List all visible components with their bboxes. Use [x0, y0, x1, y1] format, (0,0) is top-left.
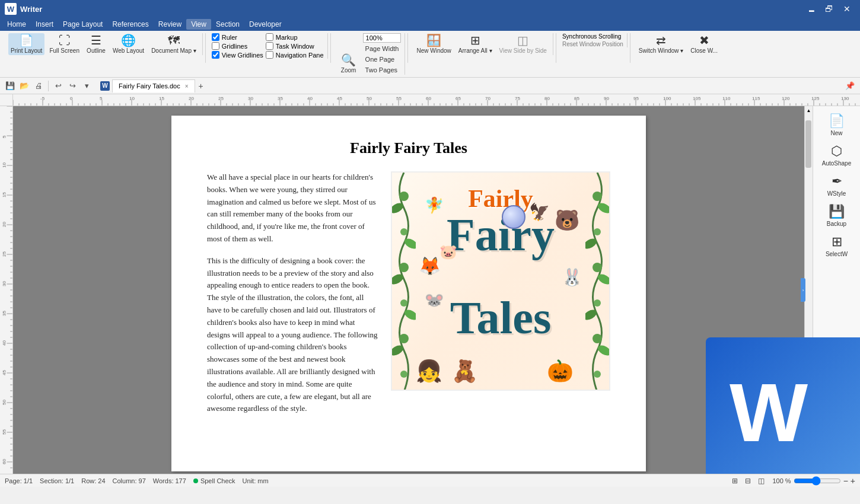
- svg-point-16: [594, 371, 601, 378]
- tab-close-btn[interactable]: ×: [185, 83, 189, 90]
- menu-developer[interactable]: Developer: [244, 19, 286, 30]
- toolbar-pin-btn[interactable]: 📌: [843, 79, 856, 92]
- normal-view-icon[interactable]: ⊞: [730, 476, 740, 486]
- zoom-options: 100% Page Width One Page Two Pages: [363, 33, 402, 75]
- scroll-thumb[interactable]: [805, 120, 811, 168]
- wps-w-logo: W: [724, 358, 842, 453]
- minimize-button[interactable]: 🗕: [803, 3, 820, 15]
- status-page: Page: 1/1: [5, 477, 33, 484]
- ribbon-window-group-2: Synchronous Scrolling Reset Window Posit…: [559, 33, 628, 47]
- status-unit: Unit: mm: [243, 477, 269, 484]
- toolbar-print-btn[interactable]: 🖨: [32, 79, 45, 92]
- gridlines-check[interactable]: Gridlines: [212, 42, 263, 50]
- outline-icon: ☰: [91, 34, 101, 46]
- panel-backup[interactable]: 💾 Backup: [816, 202, 858, 229]
- menu-insert[interactable]: Insert: [31, 19, 58, 30]
- document-map-btn[interactable]: 🗺 Document Map ▾: [149, 33, 199, 55]
- menu-home[interactable]: Home: [2, 19, 31, 30]
- ribbon-sep-5: [630, 33, 630, 63]
- backup-icon: 💾: [829, 204, 845, 219]
- close-window-btn[interactable]: ✖ Close W...: [688, 33, 720, 55]
- document-title: Fairly Fairy Tales: [207, 139, 610, 157]
- menu-page-layout[interactable]: Page Layout: [58, 19, 107, 30]
- two-pages-btn[interactable]: Two Pages: [363, 65, 402, 75]
- doc-tab[interactable]: Fairly Fairy Tales.doc ×: [112, 79, 195, 92]
- character-teddy: 🧸: [451, 359, 478, 384]
- menu-bar: Home Insert Page Layout References Revie…: [0, 18, 860, 31]
- svg-point-12: [594, 228, 601, 235]
- zoom-out-btn[interactable]: −: [843, 476, 848, 486]
- new-window-btn[interactable]: 🪟 New Window: [414, 33, 453, 55]
- ribbon-checkboxes-2: Markup Task Window Navigation Pane: [266, 33, 324, 59]
- toolbar-open-btn[interactable]: 📂: [18, 79, 31, 92]
- close-button[interactable]: ✕: [839, 3, 855, 15]
- svg-point-2: [399, 263, 409, 272]
- arrange-all-icon: ⊞: [470, 34, 480, 46]
- panel-collapse-handle[interactable]: ›: [801, 278, 805, 302]
- one-page-btn[interactable]: One Page: [363, 55, 402, 64]
- menu-references[interactable]: References: [107, 19, 153, 30]
- ruler-check[interactable]: Ruler: [212, 33, 263, 41]
- chevron-right-icon: ›: [802, 288, 804, 293]
- toolbar-redo-btn[interactable]: ↪: [66, 79, 79, 92]
- panel-wstyle[interactable]: ✒ WStyle: [816, 171, 858, 199]
- zoom-in-btn[interactable]: +: [851, 476, 855, 486]
- menu-view[interactable]: View: [186, 19, 211, 30]
- paragraph-1: We all have a special place in our heart…: [207, 171, 379, 245]
- disco-ball: [502, 205, 525, 229]
- arrange-all-btn[interactable]: ⊞ Arrange All ▾: [456, 33, 495, 55]
- switch-window-icon: ⇄: [656, 34, 666, 46]
- selectw-icon: ⊞: [832, 234, 842, 250]
- toolbar-more-btn[interactable]: ▾: [80, 79, 93, 92]
- zoom-slider[interactable]: [794, 476, 841, 486]
- character-fox: 🦊: [419, 256, 441, 276]
- document-area[interactable]: Fairly Fairy Tales We all have a special…: [13, 106, 804, 474]
- close-window-icon: ✖: [699, 34, 709, 46]
- markup-check[interactable]: Markup: [266, 33, 324, 41]
- panel-selectw[interactable]: ⊞ SelectW: [816, 232, 858, 260]
- character-fairy: 🧚: [425, 196, 444, 215]
- panel-new[interactable]: 📄 New: [816, 111, 858, 139]
- svg-text:W: W: [730, 366, 808, 453]
- reset-window-position-btn[interactable]: Reset Window Position: [562, 41, 623, 47]
- zoom-value-input[interactable]: 100%: [363, 33, 402, 43]
- web-view-icon[interactable]: ⊟: [743, 476, 753, 486]
- svg-point-0: [399, 192, 409, 201]
- document-text[interactable]: We all have a special place in our heart…: [207, 171, 379, 425]
- navigation-pane-check[interactable]: Navigation Pane: [266, 51, 324, 59]
- outline-btn[interactable]: ☰ Outline: [84, 33, 108, 55]
- menu-review[interactable]: Review: [154, 19, 186, 30]
- page-width-btn[interactable]: Page Width: [363, 44, 402, 53]
- view-gridlines-check[interactable]: View Gridlines: [212, 51, 263, 59]
- view-side-by-side-btn[interactable]: ◫ View Side by Side: [497, 33, 549, 55]
- character-girl-red-hood: 🎃: [547, 359, 574, 384]
- web-layout-btn[interactable]: 🌐 Web Layout: [110, 33, 146, 55]
- new-tab-btn[interactable]: +: [195, 80, 207, 92]
- status-spell[interactable]: Spell Check: [193, 477, 235, 484]
- wps-logo-overlay: W: [706, 337, 860, 474]
- main-area: Fairly Fairy Tales We all have a special…: [0, 106, 860, 474]
- task-window-check[interactable]: Task Window: [266, 42, 324, 50]
- ruler-area: [0, 94, 860, 106]
- restore-button[interactable]: 🗗: [821, 3, 837, 15]
- print-view-icon[interactable]: ◫: [756, 476, 766, 486]
- ribbon-zoom-group: 🔍 Zoom 100% Page Width One Page Two Page…: [333, 33, 406, 75]
- print-layout-btn[interactable]: 📄 Print Layout: [8, 33, 44, 55]
- synchronous-scrolling-btn[interactable]: Synchronous Scrolling: [562, 33, 622, 40]
- zoom-btn[interactable]: 🔍 Zoom: [337, 53, 361, 75]
- ribbon-window-group: 🪟 New Window ⊞ Arrange All ▾ ◫ View Side…: [410, 33, 553, 55]
- toolbar-undo-btn[interactable]: ↩: [52, 79, 65, 92]
- full-screen-btn[interactable]: ⛶ Full Screen: [47, 33, 82, 55]
- vine-left: [392, 173, 416, 391]
- view-side-by-side-icon: ◫: [517, 34, 528, 46]
- switch-window-btn[interactable]: ⇄ Switch Window ▾: [636, 33, 686, 55]
- menu-section[interactable]: Section: [211, 19, 244, 30]
- full-screen-icon: ⛶: [59, 34, 71, 46]
- new-icon: 📄: [829, 113, 845, 129]
- toolbar-save-btn[interactable]: 💾: [4, 79, 17, 92]
- print-layout-icon: 📄: [19, 34, 34, 46]
- new-window-icon: 🪟: [426, 34, 441, 46]
- scroll-up-btn[interactable]: ▲: [805, 106, 813, 114]
- panel-autoshape[interactable]: ⬡ AutoShape: [816, 141, 858, 169]
- toolbar: 💾 📂 🖨 ↩ ↪ ▾ W Fairly Fairy Tales.doc × +…: [0, 78, 860, 94]
